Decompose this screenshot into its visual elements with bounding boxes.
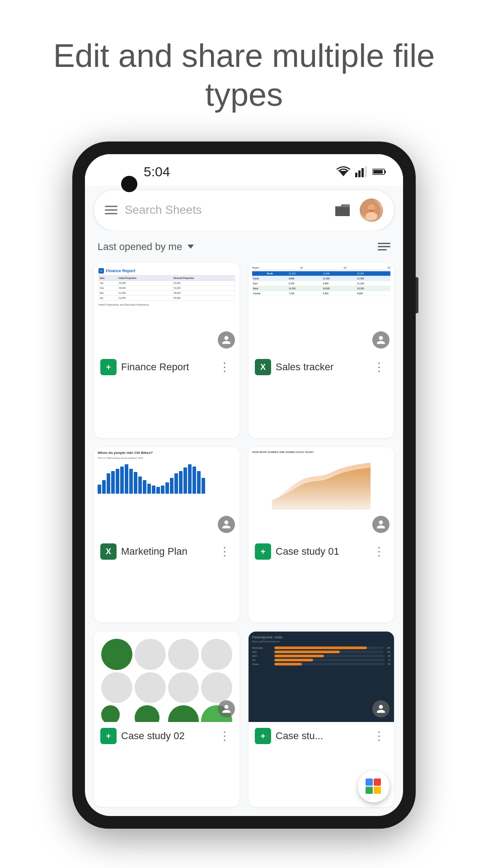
avatar[interactable] (360, 198, 383, 222)
file-name-sales-tracker: Sales tracker (276, 361, 366, 373)
sort-label-text: Last opened by me (98, 241, 182, 253)
status-time: 5:04 (144, 164, 170, 179)
more-options-marketing-plan[interactable]: ⋮ (216, 543, 233, 561)
file-card-sales-tracker[interactable]: RegionQ1Q2Q3 North12,40014,20015,800 Sou… (249, 263, 394, 438)
file-thumbnail-finance-report: G Finance Report ItemInitial ProjectionR… (94, 263, 239, 353)
sort-label[interactable]: Last opened by me (98, 241, 194, 253)
file-info-sales-tracker: X Sales tracker ⋮ (249, 353, 394, 382)
svg-rect-7 (373, 170, 383, 174)
file-name-case-study-02: Case study 02 (121, 730, 211, 742)
wifi-icon (336, 166, 351, 177)
file-name-case-study-03: Case stu... (276, 730, 366, 742)
search-input[interactable]: Search Sheets (125, 203, 325, 217)
more-options-case-study-01[interactable]: ⋮ (371, 543, 388, 561)
svg-rect-4 (365, 166, 367, 177)
more-options-case-study-02[interactable]: ⋮ (216, 727, 233, 745)
file-name-finance-report: Finance Report (121, 361, 211, 373)
shared-avatar-icon-sales (372, 331, 389, 349)
file-info-finance-report: + Finance Report ⋮ (94, 353, 239, 382)
file-thumbnail-case-study-01: HOW MANY BABIES ARE NAMED EACH YEAR? (249, 447, 394, 538)
more-options-finance-report[interactable]: ⋮ (216, 359, 233, 376)
sheets-icon-case03: + (255, 728, 271, 744)
shared-avatar-icon-case01 (372, 516, 389, 533)
phone-mockup: 5:04 (72, 142, 416, 829)
shared-avatar-icon-marketing (218, 516, 235, 533)
svg-rect-2 (358, 170, 361, 177)
svg-marker-0 (339, 171, 348, 176)
files-grid: G Finance Report ItemInitial ProjectionR… (85, 258, 403, 816)
sheets-icon-case01: + (255, 543, 271, 560)
file-info-case-study-03: + Case stu... ⋮ (249, 722, 394, 750)
file-thumbnail-case-study-02 (94, 632, 239, 722)
camera-hole (121, 176, 137, 192)
hamburger-icon[interactable] (105, 206, 117, 214)
sort-arrow-icon (188, 245, 194, 249)
file-card-case-study-02[interactable]: + Case study 02 ⋮ (94, 632, 239, 807)
svg-rect-8 (335, 207, 350, 216)
file-info-case-study-01: + Case study 01 ⋮ (249, 538, 394, 566)
file-card-marketing-plan[interactable]: When do people ride Citi Bikes? The U.S.… (94, 447, 239, 623)
more-options-sales-tracker[interactable]: ⋮ (371, 359, 388, 376)
file-card-finance-report[interactable]: G Finance Report ItemInitial ProjectionR… (94, 263, 239, 438)
excel-icon: X (255, 359, 271, 375)
fab-new-file[interactable] (358, 771, 389, 802)
status-icons (336, 166, 387, 177)
shared-avatar-icon (218, 331, 235, 349)
bar-chart (98, 462, 236, 494)
shared-avatar-icon-case02 (218, 700, 235, 717)
google-plus-icon (366, 778, 382, 795)
svg-rect-3 (361, 168, 364, 177)
signal-icon (355, 166, 368, 177)
sort-header: Last opened by me (85, 230, 403, 258)
shared-avatar-icon-case03 (372, 700, 389, 717)
sheets-icon: + (100, 359, 117, 375)
file-thumbnail-marketing-plan: When do people ride Citi Bikes? The U.S.… (94, 447, 239, 538)
phone-side-button (416, 277, 418, 313)
file-name-case-study-01: Case study 01 (276, 546, 366, 557)
search-bar[interactable]: Search Sheets (94, 190, 394, 230)
svg-rect-1 (355, 173, 357, 177)
area-chart (252, 455, 390, 509)
file-info-marketing-plan: X Marketing Plan ⋮ (94, 538, 239, 566)
folder-icon[interactable] (333, 200, 352, 220)
battery-icon (372, 168, 387, 176)
excel-icon-marketing: X (100, 543, 117, 560)
file-info-case-study-02: + Case study 02 ⋮ (94, 722, 239, 750)
file-card-case-study-01[interactable]: HOW MANY BABIES ARE NAMED EACH YEAR? (249, 447, 394, 623)
sheets-icon-case02: + (100, 728, 117, 744)
file-name-marketing-plan: Marketing Plan (121, 546, 211, 557)
svg-rect-6 (385, 170, 386, 173)
file-thumbnail-case-study-03: Padmapukar, India Most polluted location… (249, 632, 394, 722)
view-toggle-icon[interactable] (378, 243, 390, 250)
file-thumbnail-sales-tracker: RegionQ1Q2Q3 North12,40014,20015,800 Sou… (249, 263, 394, 353)
hero-title: Edit and share multiple file types (0, 0, 488, 132)
more-options-case-study-03[interactable]: ⋮ (371, 727, 388, 745)
phone-screen: 5:04 (85, 154, 403, 816)
